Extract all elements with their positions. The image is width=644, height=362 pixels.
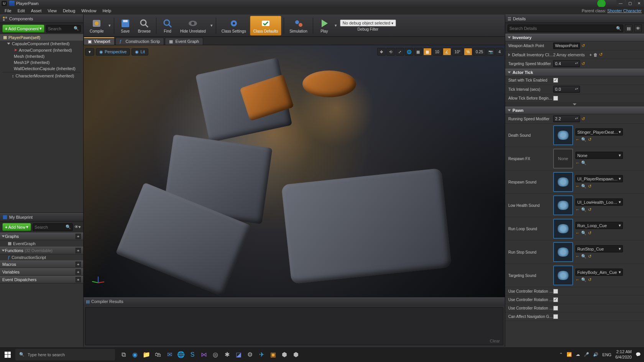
component-capsule[interactable]: CapsuleComponent (Inherited) (0, 41, 83, 47)
browse-asset-icon[interactable]: 🔍 (581, 254, 586, 259)
browse-asset-icon[interactable]: 🔍 (581, 137, 586, 142)
use-selected-icon[interactable]: ← (575, 254, 580, 259)
add-macro-button[interactable]: + (76, 262, 81, 267)
component-mesh1p[interactable]: Mesh1P (Inherited) (0, 59, 83, 66)
volume-icon[interactable]: 🔊 (593, 352, 598, 357)
component-mesh[interactable]: Mesh (Inherited) (0, 53, 83, 59)
reset-icon[interactable]: ↺ (588, 137, 591, 142)
menu-asset[interactable]: Asset (28, 8, 45, 14)
allow-before-checkbox[interactable] (553, 96, 558, 101)
add-new-button[interactable]: +Add New▾ (2, 223, 31, 231)
vp-scale[interactable]: ⤢ (396, 48, 404, 56)
tick-interval-input[interactable]: 0.0▴▾ (553, 86, 580, 93)
myblueprint-search-input[interactable] (34, 225, 66, 229)
sublime-icon[interactable]: ▣ (268, 347, 278, 362)
class-defaults-button[interactable]: Class Defaults (250, 16, 281, 36)
compile-button[interactable]: Compile (87, 16, 107, 36)
discord-icon[interactable]: ◪ (233, 347, 244, 362)
clock[interactable]: 2:12 AM 6/4/2020 (615, 349, 632, 359)
reset-icon[interactable]: ↺ (588, 207, 591, 212)
close-button[interactable]: ✕ (635, 0, 643, 6)
item-eventgraph[interactable]: ▦EventGraph (0, 240, 83, 247)
vp-scale-value[interactable]: 0.25 (473, 48, 486, 56)
vp-angle-value[interactable]: 10° (452, 48, 463, 56)
menu-debug[interactable]: Debug (60, 8, 78, 14)
lowhealth-sound-selector[interactable]: UI_LowHealth_Loop_Stereo_Cue▾ (575, 198, 623, 206)
cloud-icon[interactable]: ☁ (576, 352, 580, 357)
section-graphs[interactable]: Graphs+ (0, 233, 83, 240)
vp-translate[interactable]: ✥ (377, 48, 386, 56)
hide-unrelated-button[interactable]: Hide Unrelated (177, 16, 209, 36)
vp-snap-toggle[interactable]: ▦ (414, 48, 422, 56)
component-arrow[interactable]: ➤ArrowComponent (Inherited) (0, 47, 83, 53)
menu-file[interactable]: File (2, 8, 15, 14)
add-dispatcher-button[interactable]: + (76, 277, 81, 282)
store-icon[interactable]: 🛍 (153, 347, 163, 362)
tray-expand-icon[interactable]: ⌃ (559, 352, 563, 357)
source-control-badge-icon[interactable] (597, 0, 606, 8)
add-graph-button[interactable]: + (76, 234, 81, 239)
browse-button[interactable]: Browse (135, 16, 154, 36)
notifications-icon[interactable]: 💬 (636, 352, 641, 357)
start-tick-checkbox[interactable] (553, 78, 558, 83)
expand-advanced[interactable] (505, 103, 644, 106)
settings-icon[interactable]: ⚙ (245, 347, 255, 362)
clear-button[interactable]: Clear (490, 339, 500, 343)
details-search-input[interactable] (509, 26, 616, 31)
reset-icon[interactable]: ↺ (582, 61, 585, 66)
simulation-button[interactable]: Simulation (286, 16, 310, 36)
use-selected-icon[interactable]: ← (575, 161, 580, 165)
find-button[interactable]: Find (159, 16, 176, 36)
use-selected-icon[interactable]: ← (575, 207, 580, 212)
vp-grid-value[interactable]: 10 (432, 48, 442, 56)
component-self[interactable]: ▦ PlayerPawn(self) (0, 34, 83, 41)
mail-icon[interactable]: ✉ (164, 347, 175, 362)
add-variable-button[interactable]: + (76, 269, 81, 275)
explorer-icon[interactable]: 📁 (141, 347, 152, 362)
view-options-icon[interactable]: 👁▾ (74, 224, 81, 229)
vp-camera-speed[interactable]: 4 (496, 48, 503, 56)
weapon-attach-input[interactable] (553, 43, 580, 49)
components-panel-tab[interactable]: Components (0, 15, 83, 23)
lang-indicator[interactable]: ENG (602, 352, 611, 357)
hide-dropdown[interactable]: ▾ (210, 23, 214, 28)
viewport-lit[interactable]: ◉ Lit (131, 48, 148, 56)
menu-help[interactable]: Help (99, 8, 114, 14)
save-button[interactable]: Save (117, 16, 134, 36)
taskbar-search[interactable]: 🔍Type here to search (15, 349, 115, 360)
myblueprint-panel-tab[interactable]: My Blueprint (0, 213, 83, 221)
vp-camera-speed-icon[interactable]: 📷 (486, 48, 495, 56)
reset-icon[interactable]: ↺ (599, 52, 603, 57)
tab-construction[interactable]: ƒConstruction Scrip (115, 38, 164, 45)
myblueprint-search[interactable]: 🔍 (33, 223, 73, 231)
class-settings-button[interactable]: Class Settings (219, 16, 249, 36)
vp-grid-snap[interactable]: ▦ (423, 48, 432, 56)
edge-icon[interactable]: ◉ (130, 347, 140, 362)
rot-pitch-checkbox[interactable] (553, 289, 558, 294)
compiler-results-tab[interactable]: ▤ Compiler Results (84, 297, 505, 306)
browse-asset-icon[interactable]: 🔍 (581, 231, 586, 236)
vp-angle-snap[interactable]: ∠ (443, 48, 451, 56)
use-selected-icon[interactable]: ← (575, 277, 580, 282)
targeting-sound-selector[interactable]: FoleyBody_Aim_Cue▾ (575, 269, 623, 276)
sound-thumb-icon[interactable] (553, 195, 573, 215)
vp-rotate[interactable]: ⟲ (386, 48, 395, 56)
respawn-fx-selector[interactable]: None▾ (575, 152, 623, 159)
affect-nav-checkbox[interactable] (553, 314, 558, 319)
viewport-perspective[interactable]: ◉ Perspective (96, 48, 130, 56)
reset-icon[interactable]: ↺ (588, 231, 591, 236)
mic-icon[interactable]: 🎤 (584, 352, 589, 357)
menu-window[interactable]: Window (78, 8, 99, 14)
sound-thumb-icon[interactable] (553, 125, 573, 145)
respawn-sound-selector[interactable]: UI_PlayerRespawn_Stereo_Cue▾ (575, 175, 623, 182)
add-function-button[interactable]: + (76, 248, 81, 253)
sound-thumb-icon[interactable] (553, 172, 573, 192)
fx-thumb-icon[interactable]: None (553, 149, 573, 169)
menu-view[interactable]: View (44, 8, 60, 14)
category-actortick[interactable]: Actor Tick (505, 69, 644, 76)
tab-viewport[interactable]: ▣Viewport (84, 37, 115, 45)
obs-icon[interactable]: ◎ (210, 347, 221, 362)
clear-array-icon[interactable]: 🗑 (593, 52, 598, 57)
components-search-input[interactable] (48, 26, 74, 31)
components-search[interactable]: 🔍 (46, 25, 81, 33)
